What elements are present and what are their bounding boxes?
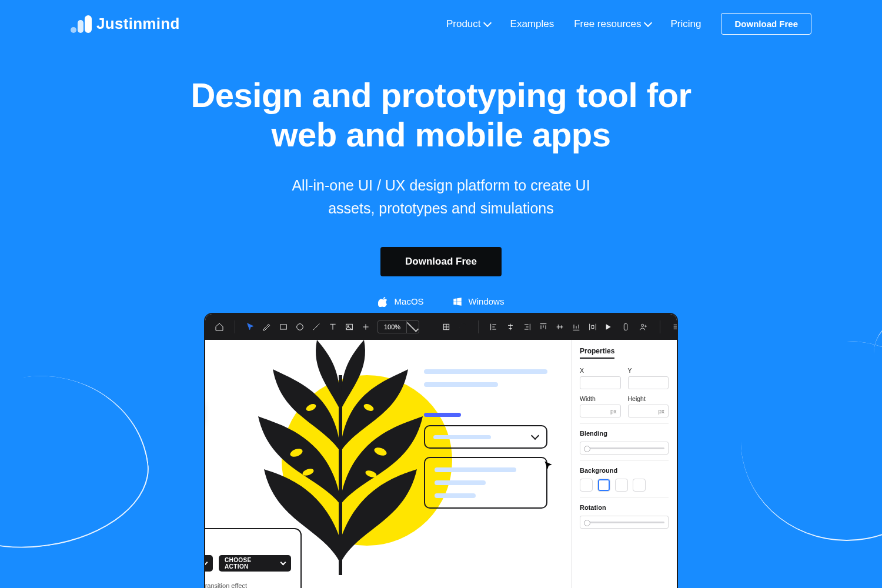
hero-subtitle: All-in-one UI / UX design platform to cr… (0, 174, 882, 220)
transition-label: Transition effect (204, 582, 247, 588)
align-right-icon[interactable] (522, 322, 532, 332)
hero-title-line1: Design and prototyping tool for (191, 76, 691, 114)
hero-title-line2: web and mobile apps (271, 115, 610, 153)
nav-pricing-label: Pricing (671, 18, 701, 30)
component-icon[interactable] (442, 322, 451, 332)
chevron-down-icon (483, 18, 491, 26)
prop-y-input[interactable] (628, 376, 669, 389)
design-stage[interactable]: Button New event CHOOSE TRIGGER CHOOSE A… (205, 340, 571, 588)
placeholder-bar (424, 382, 498, 387)
properties-panel: Properties X Y Widthpx Heightpx Blending… (571, 340, 677, 588)
home-icon[interactable] (215, 322, 224, 332)
windows-icon (452, 296, 463, 307)
svg-point-3 (348, 326, 349, 327)
nav-examples[interactable]: Examples (510, 18, 554, 30)
svg-rect-5 (624, 324, 627, 330)
hero-sub-line2: assets, prototypes and simulations (328, 200, 554, 216)
placeholder-bar (433, 435, 491, 439)
blending-section-label: Blending (580, 423, 669, 437)
rotation-slider[interactable] (580, 516, 669, 529)
download-free-header-button[interactable]: Download Free (721, 13, 811, 35)
decoration-squiggle-right (741, 341, 882, 541)
brand-name: Justinmind (96, 15, 180, 33)
site-header: Justinmind Product Examples Free resourc… (0, 0, 882, 35)
play-preview-icon[interactable] (603, 322, 613, 332)
mask-icon[interactable] (458, 322, 467, 332)
mock-panel (424, 457, 547, 509)
cta-label: Download Free (405, 256, 477, 267)
bg-swatch[interactable] (580, 479, 593, 492)
new-event-dialog: New event CHOOSE TRIGGER CHOOSE ACTION ☝… (204, 528, 302, 588)
download-free-cta-button[interactable]: Download Free (380, 247, 502, 276)
hero-sub-line1: All-in-one UI / UX design platform to cr… (292, 177, 590, 193)
nav-resources-label: Free resources (574, 18, 641, 30)
unit-px: px (610, 408, 617, 415)
prop-x-label: X (580, 367, 621, 374)
os-links: MacOS Windows (0, 296, 882, 307)
hero-section: Design and prototyping tool for web and … (0, 76, 882, 307)
align-top-icon[interactable] (539, 322, 548, 332)
event-dialog-title: New event (204, 539, 291, 548)
app-screenshot: 100% (204, 313, 678, 588)
align-left-icon[interactable] (489, 322, 499, 332)
prop-height-label: Height (628, 395, 669, 402)
bg-swatch[interactable] (615, 479, 628, 492)
apple-icon (378, 296, 389, 307)
chevron-down-icon (204, 560, 208, 566)
chevron-down-icon (280, 560, 286, 566)
nav-examples-label: Examples (510, 18, 554, 30)
placeholder-bar (424, 369, 547, 374)
chevron-down-icon (531, 432, 539, 440)
unit-px: px (658, 408, 664, 415)
prop-y-label: Y (628, 367, 669, 374)
brand-logo[interactable]: Justinmind (71, 15, 180, 33)
device-preview-icon[interactable] (621, 322, 630, 332)
rotation-section-label: Rotation (580, 497, 669, 511)
cursor-icon (543, 460, 554, 474)
logo-mark-icon (71, 15, 92, 33)
choose-trigger-button[interactable]: CHOOSE TRIGGER (204, 555, 213, 572)
macos-link[interactable]: MacOS (378, 296, 424, 307)
align-center-h-icon[interactable] (506, 322, 515, 332)
app-canvas-area: Button New event CHOOSE TRIGGER CHOOSE A… (205, 340, 677, 588)
chevron-down-icon (643, 18, 652, 26)
nav-free-resources[interactable]: Free resources (574, 18, 650, 30)
placeholder-accent-bar (424, 413, 461, 417)
bg-swatch-selected[interactable] (597, 479, 610, 492)
action-label: CHOOSE ACTION (225, 557, 276, 570)
download-label: Download Free (734, 19, 798, 29)
choose-action-button[interactable]: CHOOSE ACTION (219, 555, 291, 572)
hero-title: Design and prototyping tool for web and … (0, 76, 882, 154)
nav-product-label: Product (446, 18, 481, 30)
align-bottom-icon[interactable] (572, 322, 581, 332)
macos-label: MacOS (395, 296, 424, 306)
blending-slider[interactable] (580, 442, 669, 455)
windows-link[interactable]: Windows (452, 296, 505, 307)
nav-product[interactable]: Product (446, 18, 490, 30)
background-swatches (580, 479, 669, 492)
nav-pricing[interactable]: Pricing (671, 18, 701, 30)
menu-icon[interactable] (672, 322, 678, 332)
prop-width-label: Width (580, 395, 621, 402)
prop-x-input[interactable] (580, 376, 621, 389)
mock-dropdown[interactable] (424, 425, 547, 449)
decoration-squiggle-left (0, 362, 158, 562)
prop-height-input[interactable]: px (628, 405, 669, 417)
share-user-icon[interactable] (639, 322, 648, 332)
distribute-icon[interactable] (588, 322, 597, 332)
primary-nav: Product Examples Free resources Pricing … (446, 13, 811, 35)
windows-label: Windows (469, 296, 505, 306)
properties-title: Properties (580, 347, 614, 359)
stage-widgets (424, 369, 547, 509)
align-center-v-icon[interactable] (555, 322, 564, 332)
bg-swatch[interactable] (633, 479, 646, 492)
svg-point-6 (642, 324, 644, 326)
background-section-label: Background (580, 460, 669, 474)
prop-width-input[interactable]: px (580, 405, 621, 417)
